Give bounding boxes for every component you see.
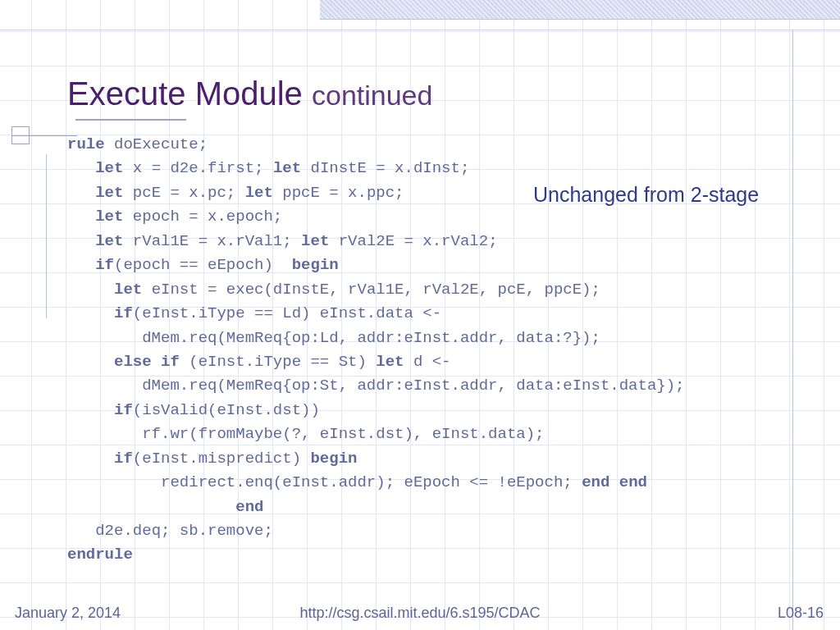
code-text: x = d2e.first; bbox=[123, 159, 272, 177]
kw-let: let bbox=[301, 232, 329, 250]
kw-let: let bbox=[273, 159, 301, 177]
code-text: d2e.deq; sb.remove; bbox=[95, 522, 273, 540]
kw-endrule: endrule bbox=[67, 546, 133, 564]
title-underline bbox=[75, 119, 186, 121]
kw-let: let bbox=[245, 184, 273, 202]
kw-if: if bbox=[114, 450, 133, 468]
title-subtitle: continued bbox=[312, 80, 432, 111]
kw-if: if bbox=[114, 304, 133, 322]
code-block: rule doExecute; let x = d2e.first; let d… bbox=[67, 133, 799, 568]
code-text: rVal2E = x.rVal2; bbox=[329, 232, 497, 250]
code-text: ppcE = x.ppc; bbox=[273, 184, 404, 202]
code-text: eInst = exec(dInstE, rVal1E, rVal2E, pcE… bbox=[142, 281, 600, 299]
code-text: rf.wr(fromMaybe(?, eInst.dst), eInst.dat… bbox=[142, 425, 544, 443]
kw-begin: begin bbox=[310, 450, 357, 468]
kw-let: let bbox=[376, 353, 404, 371]
code-text: dMem.req(MemReq{op:Ld, addr:eInst.addr, … bbox=[142, 329, 600, 347]
footer-page: L08-16 bbox=[778, 605, 824, 622]
code-text: pcE = x.pc; bbox=[123, 184, 244, 202]
code-text: (eInst.iType == Ld) eInst.data <- bbox=[133, 304, 441, 322]
code-text: (epoch == eEpoch) bbox=[114, 256, 292, 274]
kw-end: end bbox=[235, 498, 263, 516]
kw-let: let bbox=[95, 184, 123, 202]
code-text: doExecute; bbox=[105, 135, 208, 153]
kw-let: let bbox=[95, 159, 123, 177]
code-text: dInstE = x.dInst; bbox=[301, 159, 469, 177]
kw-let: let bbox=[95, 232, 123, 250]
code-text: (isValid(eInst.dst)) bbox=[133, 401, 320, 419]
header-stripe bbox=[320, 0, 840, 20]
code-text: dMem.req(MemReq{op:St, addr:eInst.addr, … bbox=[142, 377, 684, 395]
code-text: d <- bbox=[404, 353, 451, 371]
kw-elseif: else if bbox=[114, 353, 180, 371]
code-text: (eInst.mispredict) bbox=[133, 450, 311, 468]
left-vertical-line bbox=[46, 154, 47, 318]
footer-url: http://csg.csail.mit.edu/6.s195/CDAC bbox=[0, 605, 840, 622]
kw-if: if bbox=[114, 401, 133, 419]
kw-if: if bbox=[95, 256, 114, 274]
kw-begin: begin bbox=[292, 256, 339, 274]
kw-end: end end bbox=[582, 473, 647, 491]
kw-let: let bbox=[114, 281, 142, 299]
title-main: Execute Module bbox=[67, 75, 303, 112]
slide-title: Execute Module continued bbox=[67, 75, 432, 112]
header-separator bbox=[0, 30, 840, 30]
code-text: (eInst.iType == St) bbox=[180, 353, 376, 371]
code-text: epoch = x.epoch; bbox=[123, 208, 282, 226]
kw-let: let bbox=[95, 208, 123, 226]
code-text: redirect.enq(eInst.addr); eEpoch <= !eEp… bbox=[161, 473, 582, 491]
code-text: rVal1E = x.rVal1; bbox=[123, 232, 301, 250]
kw-rule: rule bbox=[67, 135, 105, 153]
